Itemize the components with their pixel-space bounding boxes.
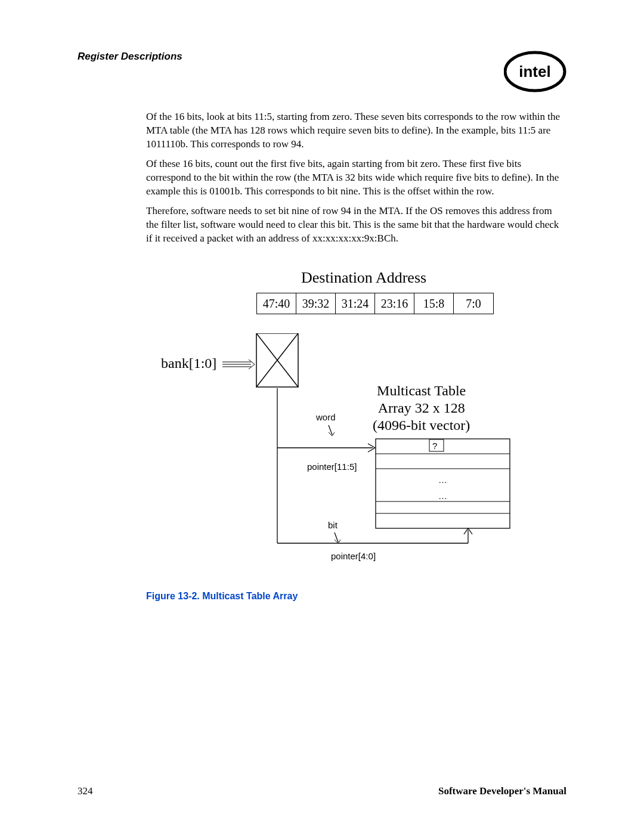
figure-caption: Figure 13-2. Multicast Table Array bbox=[146, 591, 566, 602]
page-number: 324 bbox=[78, 785, 93, 797]
body-text: Of the 16 bits, look at bits 11:5, start… bbox=[146, 110, 566, 245]
paragraph-1: Of the 16 bits, look at bits 11:5, start… bbox=[146, 110, 566, 151]
paragraph-2: Of these 16 bits, count out the first fi… bbox=[146, 157, 566, 199]
page: Register Descriptions intel Of the 16 bi… bbox=[0, 0, 644, 833]
connector-lines-icon bbox=[146, 263, 566, 573]
svg-text:intel: intel bbox=[519, 63, 550, 80]
doc-title: Software Developer's Manual bbox=[438, 785, 566, 797]
svg-rect-21 bbox=[376, 439, 510, 528]
svg-rect-26 bbox=[429, 439, 444, 451]
paragraph-3: Therefore, software needs to set bit nin… bbox=[146, 205, 566, 246]
diagram: Destination Address 47:40 39:32 31:24 23… bbox=[146, 263, 566, 573]
page-header: Register Descriptions intel bbox=[78, 51, 566, 92]
page-footer: 324 Software Developer's Manual bbox=[78, 785, 566, 797]
section-title: Register Descriptions bbox=[78, 51, 182, 63]
intel-logo-icon: intel bbox=[504, 51, 566, 92]
